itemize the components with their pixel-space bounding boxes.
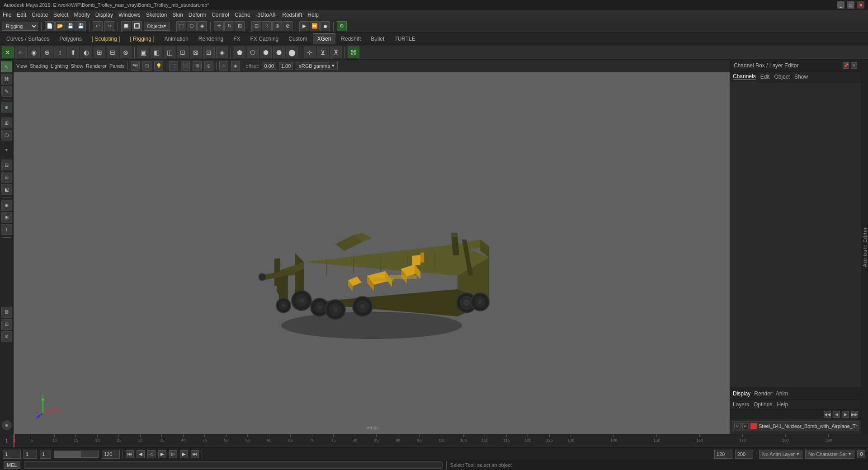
xgen-tool-10[interactable]: ⊗ bbox=[120, 47, 132, 58]
snap-point[interactable]: ⊕ bbox=[272, 21, 282, 31]
snap-btn[interactable]: ⊕ bbox=[1, 200, 12, 211]
lasso-select[interactable]: ⬚ bbox=[176, 21, 186, 31]
layer-next-single-btn[interactable]: ▶ bbox=[842, 411, 849, 418]
rotate-tool[interactable]: ↻ bbox=[224, 21, 234, 31]
vp-gamma-dropdown[interactable]: sRGB gamma ▾ bbox=[296, 62, 338, 70]
xgen-tool-6[interactable]: ⬆ bbox=[67, 47, 79, 58]
layer-btn[interactable]: ⊡ bbox=[1, 319, 12, 330]
snap-curve[interactable]: ⌇ bbox=[262, 21, 272, 31]
snap-select[interactable]: ◈ bbox=[197, 21, 207, 31]
frame-end-field[interactable]: 120 bbox=[102, 450, 120, 459]
xgen-tool-11[interactable]: ▣ bbox=[137, 47, 149, 58]
vp-btn-xray[interactable]: ◎ bbox=[204, 61, 213, 70]
xgen-tool-22[interactable]: ⬤ bbox=[286, 47, 298, 58]
menu-file[interactable]: File bbox=[3, 12, 11, 18]
tab-rendering[interactable]: Rendering bbox=[194, 33, 228, 44]
vp-offset-value[interactable]: 0.00 bbox=[262, 62, 276, 70]
sculpt2-tool-button[interactable]: ⬡ bbox=[1, 130, 12, 141]
play-button[interactable]: ▶ bbox=[158, 450, 166, 458]
tab-fx[interactable]: FX bbox=[229, 33, 245, 44]
panel-close-button[interactable]: ✕ bbox=[851, 62, 857, 69]
frame-start-field[interactable]: 1 bbox=[3, 450, 21, 459]
xgen-tool-21[interactable]: ⬣ bbox=[273, 47, 285, 58]
xgen-tool-15[interactable]: ⊠ bbox=[190, 47, 202, 58]
tab-channels[interactable]: Channels bbox=[733, 73, 756, 80]
xgen-tool-24[interactable]: ⊻ bbox=[317, 47, 329, 58]
vp-btn-sel[interactable]: ⊹ bbox=[219, 61, 228, 70]
tab-rigging[interactable]: [ Rigging ] bbox=[125, 33, 159, 44]
tab-object[interactable]: Object bbox=[774, 74, 790, 80]
paint-tool-button[interactable]: ✎ bbox=[1, 86, 12, 97]
xgen-tool-9[interactable]: ⊟ bbox=[107, 47, 118, 58]
play-fwd-button[interactable]: ▷ bbox=[169, 450, 177, 458]
scene-area[interactable]: x y z persp bbox=[14, 72, 730, 434]
vp-menu-panels[interactable]: Panels bbox=[109, 63, 125, 69]
maximize-button[interactable]: □ bbox=[847, 1, 854, 9]
vp-btn-tex[interactable]: ⊞ bbox=[193, 61, 202, 70]
opt-layers[interactable]: Layers bbox=[733, 401, 749, 408]
vp-menu-lighting[interactable]: Lighting bbox=[51, 63, 68, 69]
menu-edit[interactable]: Edit bbox=[17, 12, 26, 18]
xgen-tool-23[interactable]: ⊹ bbox=[304, 47, 316, 58]
menu-deform[interactable]: Deform bbox=[189, 12, 206, 18]
menu-redshift[interactable]: Redshift bbox=[282, 12, 302, 18]
xgen-tool-2[interactable]: ○ bbox=[15, 47, 27, 58]
menu-skin[interactable]: Skin bbox=[173, 12, 183, 18]
menu-control[interactable]: Control bbox=[212, 12, 229, 18]
frame-total-field[interactable]: 200 bbox=[735, 450, 753, 459]
character-set-dropdown[interactable]: No Character Set ▾ bbox=[805, 450, 854, 459]
tab-show[interactable]: Show bbox=[794, 74, 808, 80]
xgen-tool-12[interactable]: ◧ bbox=[151, 47, 162, 58]
playback-settings-button[interactable]: ⚙ bbox=[857, 450, 865, 458]
frame-range-start[interactable]: 1 bbox=[40, 450, 51, 459]
paint-select[interactable]: ⬡ bbox=[187, 21, 197, 31]
xgen-tool-5[interactable]: ↕ bbox=[54, 47, 66, 58]
menu-windows[interactable]: Windows bbox=[118, 12, 141, 18]
xgen-tool-17[interactable]: ◈ bbox=[216, 47, 228, 58]
wireframe-button[interactable]: ⊟ bbox=[1, 160, 12, 170]
lasso-tool-button[interactable]: ⌘ bbox=[1, 74, 12, 85]
layer-visibility[interactable]: V bbox=[734, 423, 741, 429]
tab-display[interactable]: Display bbox=[733, 390, 750, 397]
menu-3dtoall[interactable]: -3DtoAll- bbox=[256, 12, 277, 18]
vp-btn-iso[interactable]: ◈ bbox=[231, 61, 240, 70]
xgen-tool-13[interactable]: ◫ bbox=[164, 47, 175, 58]
tab-edit[interactable]: Edit bbox=[760, 74, 770, 80]
vp-btn-solid[interactable]: ⬛ bbox=[181, 61, 190, 70]
vp-btn-grid[interactable]: ⊡ bbox=[142, 61, 151, 70]
textured-button[interactable]: ⬕ bbox=[1, 184, 12, 195]
grid-btn[interactable]: ⊞ bbox=[1, 212, 12, 223]
timeline-ruler[interactable]: 1510152025303540455055606570758085909510… bbox=[14, 434, 868, 447]
prev-frame-button[interactable]: ◀ bbox=[137, 450, 145, 458]
command-input[interactable] bbox=[24, 461, 443, 469]
xgen-tool-18[interactable]: ⬟ bbox=[234, 47, 245, 58]
xgen-tool-4[interactable]: ⊕ bbox=[41, 47, 53, 58]
layer-next-btn[interactable]: ▶▶ bbox=[851, 411, 858, 418]
tab-custom[interactable]: Custom bbox=[284, 33, 311, 44]
tab-xgen[interactable]: XGen bbox=[313, 33, 336, 44]
render-current[interactable]: ▶ bbox=[299, 21, 309, 31]
menu-modify[interactable]: Modify bbox=[74, 12, 90, 18]
layer-item[interactable]: V P Steel_B41_Nuclear_Bomb_with_Airplane… bbox=[732, 421, 859, 431]
script-btn[interactable]: ⊕ bbox=[2, 420, 12, 430]
timeline-range-bar[interactable] bbox=[54, 451, 99, 458]
xgen-tool-19[interactable]: ⬡ bbox=[247, 47, 259, 58]
layer-playback[interactable]: P bbox=[742, 423, 749, 429]
vp-menu-shading[interactable]: Shading bbox=[30, 63, 48, 69]
tab-anim[interactable]: Anim bbox=[776, 390, 788, 397]
panel-pin-button[interactable]: 📌 bbox=[843, 62, 849, 69]
layer-prev-single-btn[interactable]: ◀ bbox=[833, 411, 840, 418]
xgen-tool-20[interactable]: ⬢ bbox=[260, 47, 272, 58]
mode-dropdown[interactable]: Rigging Animation Modeling bbox=[2, 22, 38, 31]
snap-grid[interactable]: ⊡ bbox=[251, 21, 261, 31]
select-by-hierarchy-button[interactable]: 🔳 bbox=[132, 21, 142, 31]
vp-btn-light[interactable]: 💡 bbox=[154, 61, 163, 70]
opt-help[interactable]: Help bbox=[777, 401, 788, 408]
move-tool-button[interactable]: ⊕ bbox=[1, 102, 12, 113]
tab-polygons[interactable]: Polygons bbox=[55, 33, 86, 44]
xgen-tool-26[interactable]: ⌘ bbox=[348, 47, 359, 58]
menu-create[interactable]: Create bbox=[32, 12, 48, 18]
xgen-tool-14[interactable]: ⊡ bbox=[177, 47, 189, 58]
sculpt-tool-button[interactable]: ⊞ bbox=[1, 118, 12, 128]
menu-help[interactable]: Help bbox=[307, 12, 319, 18]
